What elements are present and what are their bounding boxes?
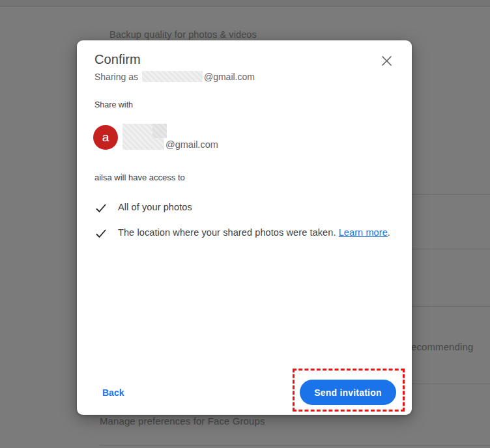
access-item-location: The location where your shared photos we… bbox=[94, 227, 390, 240]
confirm-share-dialog: Confirm Sharing as @gmail.com Share with… bbox=[77, 40, 412, 415]
sharing-as-prefix: Sharing as bbox=[94, 72, 138, 82]
redacted-sender-email-blur bbox=[142, 71, 203, 82]
screen: Backup quality for photos & videos ecomm… bbox=[0, 0, 490, 448]
recipient-avatar: a bbox=[93, 125, 118, 150]
background-divider bbox=[100, 445, 490, 446]
dialog-title: Confirm bbox=[94, 52, 141, 67]
close-button[interactable] bbox=[379, 53, 394, 68]
close-icon bbox=[381, 55, 392, 66]
redacted-recipient-blur bbox=[122, 138, 164, 150]
access-item-label: The location where your shared photos we… bbox=[118, 227, 336, 238]
checkmark-icon bbox=[94, 202, 108, 215]
checkmark-icon bbox=[94, 227, 108, 240]
sentence-period: . bbox=[388, 227, 390, 238]
background-setting-backup-quality: Backup quality for photos & videos bbox=[109, 29, 257, 40]
background-header-edge bbox=[0, 0, 490, 7]
access-item-photos: All of your photos bbox=[94, 202, 192, 215]
recipient-email-domain: @gmail.com bbox=[166, 139, 218, 150]
redacted-recipient-blur bbox=[122, 124, 152, 138]
sharing-as-line: Sharing as @gmail.com bbox=[94, 71, 255, 82]
access-heading: ailsa will have access to bbox=[94, 173, 185, 182]
send-invitation-button[interactable]: Send invitation bbox=[300, 380, 396, 405]
redacted-recipient-blur bbox=[152, 124, 167, 138]
sender-email-domain: @gmail.com bbox=[204, 72, 255, 82]
share-with-label: Share with bbox=[94, 100, 133, 109]
avatar-letter: a bbox=[102, 130, 109, 145]
background-setting-face-groups: Manage preferences for Face Groups bbox=[100, 415, 265, 427]
access-item-label: All of your photos bbox=[118, 202, 192, 212]
learn-more-link[interactable]: Learn more bbox=[339, 227, 388, 238]
background-text-fragment: ecommending bbox=[411, 341, 473, 352]
back-button[interactable]: Back bbox=[102, 387, 124, 398]
